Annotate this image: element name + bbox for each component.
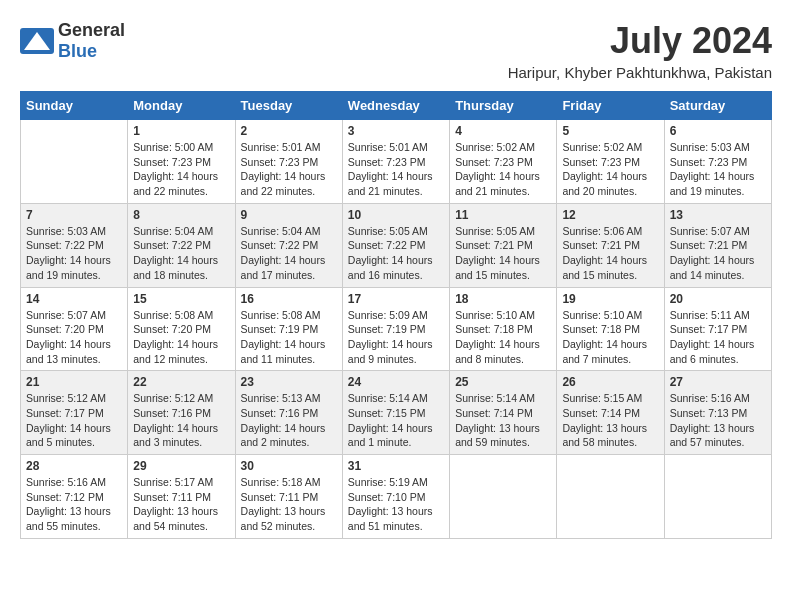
page-header: General Blue July 2024 Haripur, Khyber P… bbox=[20, 20, 772, 81]
month-year: July 2024 bbox=[508, 20, 772, 62]
day-number: 30 bbox=[241, 459, 337, 473]
day-header-thursday: Thursday bbox=[450, 92, 557, 120]
calendar-cell: 13Sunrise: 5:07 AM Sunset: 7:21 PM Dayli… bbox=[664, 203, 771, 287]
calendar-cell: 30Sunrise: 5:18 AM Sunset: 7:11 PM Dayli… bbox=[235, 455, 342, 539]
calendar-cell: 3Sunrise: 5:01 AM Sunset: 7:23 PM Daylig… bbox=[342, 120, 449, 204]
calendar-cell: 26Sunrise: 5:15 AM Sunset: 7:14 PM Dayli… bbox=[557, 371, 664, 455]
week-row-5: 28Sunrise: 5:16 AM Sunset: 7:12 PM Dayli… bbox=[21, 455, 772, 539]
day-number: 3 bbox=[348, 124, 444, 138]
day-header-saturday: Saturday bbox=[664, 92, 771, 120]
calendar-cell: 31Sunrise: 5:19 AM Sunset: 7:10 PM Dayli… bbox=[342, 455, 449, 539]
day-number: 14 bbox=[26, 292, 122, 306]
day-info: Sunrise: 5:02 AM Sunset: 7:23 PM Dayligh… bbox=[562, 140, 658, 199]
day-info: Sunrise: 5:16 AM Sunset: 7:12 PM Dayligh… bbox=[26, 475, 122, 534]
logo-general: General bbox=[58, 20, 125, 40]
day-header-wednesday: Wednesday bbox=[342, 92, 449, 120]
day-info: Sunrise: 5:06 AM Sunset: 7:21 PM Dayligh… bbox=[562, 224, 658, 283]
location: Haripur, Khyber Pakhtunkhwa, Pakistan bbox=[508, 64, 772, 81]
day-number: 22 bbox=[133, 375, 229, 389]
calendar-cell: 2Sunrise: 5:01 AM Sunset: 7:23 PM Daylig… bbox=[235, 120, 342, 204]
day-number: 8 bbox=[133, 208, 229, 222]
calendar-cell: 29Sunrise: 5:17 AM Sunset: 7:11 PM Dayli… bbox=[128, 455, 235, 539]
calendar-cell: 20Sunrise: 5:11 AM Sunset: 7:17 PM Dayli… bbox=[664, 287, 771, 371]
day-info: Sunrise: 5:18 AM Sunset: 7:11 PM Dayligh… bbox=[241, 475, 337, 534]
day-info: Sunrise: 5:05 AM Sunset: 7:21 PM Dayligh… bbox=[455, 224, 551, 283]
day-info: Sunrise: 5:17 AM Sunset: 7:11 PM Dayligh… bbox=[133, 475, 229, 534]
day-header-sunday: Sunday bbox=[21, 92, 128, 120]
day-info: Sunrise: 5:15 AM Sunset: 7:14 PM Dayligh… bbox=[562, 391, 658, 450]
day-number: 11 bbox=[455, 208, 551, 222]
day-info: Sunrise: 5:02 AM Sunset: 7:23 PM Dayligh… bbox=[455, 140, 551, 199]
calendar-cell: 18Sunrise: 5:10 AM Sunset: 7:18 PM Dayli… bbox=[450, 287, 557, 371]
title-section: July 2024 Haripur, Khyber Pakhtunkhwa, P… bbox=[508, 20, 772, 81]
day-number: 27 bbox=[670, 375, 766, 389]
day-info: Sunrise: 5:03 AM Sunset: 7:23 PM Dayligh… bbox=[670, 140, 766, 199]
calendar-cell: 10Sunrise: 5:05 AM Sunset: 7:22 PM Dayli… bbox=[342, 203, 449, 287]
calendar-cell: 6Sunrise: 5:03 AM Sunset: 7:23 PM Daylig… bbox=[664, 120, 771, 204]
calendar-cell bbox=[21, 120, 128, 204]
day-number: 16 bbox=[241, 292, 337, 306]
day-info: Sunrise: 5:14 AM Sunset: 7:14 PM Dayligh… bbox=[455, 391, 551, 450]
calendar-cell: 17Sunrise: 5:09 AM Sunset: 7:19 PM Dayli… bbox=[342, 287, 449, 371]
day-number: 6 bbox=[670, 124, 766, 138]
calendar-cell: 5Sunrise: 5:02 AM Sunset: 7:23 PM Daylig… bbox=[557, 120, 664, 204]
day-info: Sunrise: 5:04 AM Sunset: 7:22 PM Dayligh… bbox=[133, 224, 229, 283]
day-info: Sunrise: 5:07 AM Sunset: 7:21 PM Dayligh… bbox=[670, 224, 766, 283]
day-info: Sunrise: 5:07 AM Sunset: 7:20 PM Dayligh… bbox=[26, 308, 122, 367]
day-number: 4 bbox=[455, 124, 551, 138]
calendar-cell: 22Sunrise: 5:12 AM Sunset: 7:16 PM Dayli… bbox=[128, 371, 235, 455]
day-number: 28 bbox=[26, 459, 122, 473]
calendar-cell: 11Sunrise: 5:05 AM Sunset: 7:21 PM Dayli… bbox=[450, 203, 557, 287]
day-info: Sunrise: 5:05 AM Sunset: 7:22 PM Dayligh… bbox=[348, 224, 444, 283]
day-number: 17 bbox=[348, 292, 444, 306]
day-header-monday: Monday bbox=[128, 92, 235, 120]
day-info: Sunrise: 5:01 AM Sunset: 7:23 PM Dayligh… bbox=[241, 140, 337, 199]
day-number: 21 bbox=[26, 375, 122, 389]
day-number: 25 bbox=[455, 375, 551, 389]
calendar-cell: 1Sunrise: 5:00 AM Sunset: 7:23 PM Daylig… bbox=[128, 120, 235, 204]
day-info: Sunrise: 5:12 AM Sunset: 7:16 PM Dayligh… bbox=[133, 391, 229, 450]
day-info: Sunrise: 5:13 AM Sunset: 7:16 PM Dayligh… bbox=[241, 391, 337, 450]
day-number: 19 bbox=[562, 292, 658, 306]
calendar-cell: 14Sunrise: 5:07 AM Sunset: 7:20 PM Dayli… bbox=[21, 287, 128, 371]
calendar-cell: 7Sunrise: 5:03 AM Sunset: 7:22 PM Daylig… bbox=[21, 203, 128, 287]
calendar-cell: 27Sunrise: 5:16 AM Sunset: 7:13 PM Dayli… bbox=[664, 371, 771, 455]
calendar-cell: 12Sunrise: 5:06 AM Sunset: 7:21 PM Dayli… bbox=[557, 203, 664, 287]
calendar-cell: 25Sunrise: 5:14 AM Sunset: 7:14 PM Dayli… bbox=[450, 371, 557, 455]
day-number: 18 bbox=[455, 292, 551, 306]
calendar-header-row: SundayMondayTuesdayWednesdayThursdayFrid… bbox=[21, 92, 772, 120]
day-number: 5 bbox=[562, 124, 658, 138]
day-number: 12 bbox=[562, 208, 658, 222]
day-info: Sunrise: 5:08 AM Sunset: 7:19 PM Dayligh… bbox=[241, 308, 337, 367]
day-header-tuesday: Tuesday bbox=[235, 92, 342, 120]
calendar-cell: 24Sunrise: 5:14 AM Sunset: 7:15 PM Dayli… bbox=[342, 371, 449, 455]
day-number: 10 bbox=[348, 208, 444, 222]
day-number: 15 bbox=[133, 292, 229, 306]
week-row-2: 7Sunrise: 5:03 AM Sunset: 7:22 PM Daylig… bbox=[21, 203, 772, 287]
logo-blue: Blue bbox=[58, 41, 97, 61]
day-info: Sunrise: 5:04 AM Sunset: 7:22 PM Dayligh… bbox=[241, 224, 337, 283]
calendar-cell: 4Sunrise: 5:02 AM Sunset: 7:23 PM Daylig… bbox=[450, 120, 557, 204]
week-row-1: 1Sunrise: 5:00 AM Sunset: 7:23 PM Daylig… bbox=[21, 120, 772, 204]
day-info: Sunrise: 5:09 AM Sunset: 7:19 PM Dayligh… bbox=[348, 308, 444, 367]
day-header-friday: Friday bbox=[557, 92, 664, 120]
day-number: 1 bbox=[133, 124, 229, 138]
day-info: Sunrise: 5:12 AM Sunset: 7:17 PM Dayligh… bbox=[26, 391, 122, 450]
day-number: 24 bbox=[348, 375, 444, 389]
calendar-cell bbox=[557, 455, 664, 539]
day-number: 29 bbox=[133, 459, 229, 473]
day-number: 26 bbox=[562, 375, 658, 389]
calendar-cell: 15Sunrise: 5:08 AM Sunset: 7:20 PM Dayli… bbox=[128, 287, 235, 371]
calendar-cell bbox=[664, 455, 771, 539]
day-info: Sunrise: 5:14 AM Sunset: 7:15 PM Dayligh… bbox=[348, 391, 444, 450]
day-number: 9 bbox=[241, 208, 337, 222]
day-number: 31 bbox=[348, 459, 444, 473]
day-info: Sunrise: 5:08 AM Sunset: 7:20 PM Dayligh… bbox=[133, 308, 229, 367]
week-row-4: 21Sunrise: 5:12 AM Sunset: 7:17 PM Dayli… bbox=[21, 371, 772, 455]
day-info: Sunrise: 5:16 AM Sunset: 7:13 PM Dayligh… bbox=[670, 391, 766, 450]
day-number: 7 bbox=[26, 208, 122, 222]
calendar: SundayMondayTuesdayWednesdayThursdayFrid… bbox=[20, 91, 772, 539]
calendar-cell bbox=[450, 455, 557, 539]
day-info: Sunrise: 5:01 AM Sunset: 7:23 PM Dayligh… bbox=[348, 140, 444, 199]
calendar-cell: 16Sunrise: 5:08 AM Sunset: 7:19 PM Dayli… bbox=[235, 287, 342, 371]
